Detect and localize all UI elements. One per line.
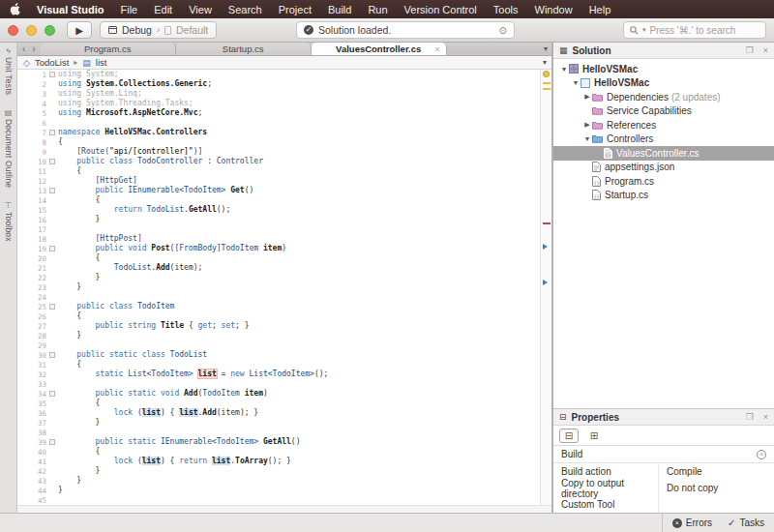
breadcrumb-caret-icon[interactable]: ▾ (543, 58, 547, 67)
horizontal-scrollbar[interactable] (17, 505, 551, 513)
menu-item-build[interactable]: Build (328, 4, 351, 15)
tab-startup.cs[interactable]: Startup.cs (176, 43, 312, 55)
code-line[interactable]: 41 lock (list) { return list.ToArray(); … (17, 457, 540, 466)
code-line[interactable]: 23 } (17, 282, 540, 292)
code-line[interactable]: 7namespace HelloVSMac.Controllers (17, 128, 540, 137)
navigate-forward-button[interactable]: › (32, 44, 35, 54)
tab-overflow-button[interactable]: ▾ (544, 43, 548, 55)
code-line[interactable]: 29 (17, 340, 540, 350)
tree-item-references[interactable]: ▶References (553, 118, 774, 133)
zoom-window-button[interactable] (45, 25, 55, 36)
chevron-down-icon[interactable]: ▼ (571, 79, 580, 86)
apple-icon[interactable] (10, 3, 20, 15)
code-line[interactable]: 12 [HttpGet] (17, 176, 540, 186)
code-line[interactable]: 21 TodoList.Add(item); (17, 263, 540, 273)
dock-tab-toolbox[interactable]: ⊤Toolbox (4, 201, 14, 242)
code-line[interactable]: 6 (17, 118, 540, 128)
menu-item-help[interactable]: Help (589, 4, 611, 15)
code-line[interactable]: 25 public class TodoItem (17, 302, 540, 311)
code-line[interactable]: 35 { (17, 399, 540, 408)
chevron-right-icon[interactable]: ▶ (582, 121, 592, 129)
app-name[interactable]: Visual Studio (37, 4, 104, 15)
code-line[interactable]: 9 [Route("api/[controller]")] (17, 147, 540, 157)
menu-item-version-control[interactable]: Version Control (404, 4, 477, 15)
overview-ruler[interactable] (540, 70, 551, 505)
fold-marker-icon[interactable] (49, 439, 55, 445)
chevron-down-icon[interactable]: ▼ (559, 66, 569, 73)
code-line[interactable]: 36 lock (list) { list.Add(item); } (17, 408, 540, 418)
dock-tab-document-outline[interactable]: ▤Document Outline (4, 108, 14, 188)
code-line[interactable]: 33 (17, 379, 540, 389)
tree-item-startup-cs[interactable]: {}Startup.cs (553, 189, 774, 203)
code-line[interactable]: 10 public class TodoController : Control… (17, 157, 540, 166)
breadcrumb-member[interactable]: list (96, 57, 107, 68)
global-search-input[interactable]: ▾ Press '⌘.' to search (623, 21, 766, 39)
tree-item-program-cs[interactable]: {}Program.cs (553, 174, 774, 189)
property-value[interactable]: Compile (658, 463, 774, 480)
close-pad-icon[interactable]: × (763, 412, 768, 422)
fold-marker-icon[interactable] (49, 159, 55, 164)
dock-pad-icon[interactable]: ❐ (746, 45, 754, 55)
tab-valuescontroller.cs[interactable]: ValuesController.cs× (312, 43, 447, 55)
code-line[interactable]: 3using System.Linq; (17, 89, 540, 99)
code-line[interactable]: 14 { (17, 195, 540, 205)
close-pad-icon[interactable]: × (763, 45, 768, 55)
navigate-back-button[interactable]: ‹ (22, 44, 25, 54)
breadcrumb-class[interactable]: TodoList (35, 57, 69, 68)
tree-item-service-capabilities[interactable]: Service Capabilities (553, 104, 774, 119)
code-line[interactable]: 26 { (17, 311, 540, 321)
fold-marker-icon[interactable] (49, 246, 55, 251)
fold-marker-icon[interactable] (49, 352, 55, 358)
status-target-icon[interactable]: ⊙ (499, 25, 507, 36)
close-window-button[interactable] (8, 25, 18, 36)
code-line[interactable]: 1using System; (17, 70, 540, 79)
minimize-window-button[interactable] (26, 25, 37, 36)
chevron-right-icon[interactable]: ▶ (582, 93, 592, 101)
tree-item-valuescontroller-cs[interactable]: {}ValuesController.cs (553, 146, 774, 161)
menu-item-search[interactable]: Search (228, 4, 262, 15)
run-button[interactable]: ▶ (67, 21, 92, 39)
code-line[interactable]: 34 public static void Add(TodoItem item) (17, 389, 540, 399)
list-view-button[interactable]: ⊟ (559, 429, 579, 443)
menu-item-run[interactable]: Run (368, 4, 387, 15)
code-line[interactable]: 45 (17, 495, 540, 505)
close-tab-icon[interactable]: × (434, 44, 439, 54)
menu-item-tools[interactable]: Tools (493, 4, 519, 15)
tree-item-hellovsmac[interactable]: ▼HelloVSMac (553, 62, 774, 76)
tree-item-dependencies[interactable]: ▶Dependencies(2 updates) (553, 90, 774, 104)
code-line[interactable]: 39 public static IEnumerable<TodoItem> G… (17, 437, 540, 447)
menu-item-window[interactable]: Window (535, 4, 573, 15)
tree-item-appsettings-json[interactable]: appsettings.json (553, 161, 774, 175)
fold-marker-icon[interactable] (49, 391, 55, 397)
code-line[interactable]: 15 return TodoList.GetAll(); (17, 205, 540, 215)
fold-marker-icon[interactable] (49, 304, 55, 310)
code-line[interactable]: 19 public void Post([FromBody]TodoItem i… (17, 244, 540, 253)
grid-view-button[interactable]: ⊞ (584, 429, 604, 443)
code-line[interactable]: 43 } (17, 476, 540, 486)
code-line[interactable]: 37 } (17, 418, 540, 428)
tasks-button[interactable]: ✓ Tasks (728, 517, 764, 528)
code-line[interactable]: 40 { (17, 447, 540, 457)
code-line[interactable]: 17 (17, 224, 540, 234)
code-line[interactable]: 22 } (17, 273, 540, 282)
errors-button[interactable]: × Errors (672, 517, 712, 528)
property-value[interactable] (658, 496, 774, 513)
run-configuration-selector[interactable]: Debug › Default (100, 21, 217, 39)
menu-item-view[interactable]: View (189, 4, 212, 15)
code-line[interactable]: 44} (17, 486, 540, 495)
menu-item-edit[interactable]: Edit (154, 4, 172, 15)
property-value[interactable]: Do not copy (658, 480, 774, 496)
chevron-down-icon[interactable]: ▼ (582, 135, 592, 142)
collapse-section-icon[interactable]: ^ (757, 450, 766, 459)
code-line[interactable]: 42 } (17, 466, 540, 476)
fold-marker-icon[interactable] (49, 72, 55, 77)
code-line[interactable]: 2using System.Collections.Generic; (17, 79, 540, 89)
menu-item-file[interactable]: File (120, 4, 137, 15)
fold-marker-icon[interactable] (49, 188, 55, 193)
tree-item-controllers[interactable]: ▼Controllers (553, 133, 774, 147)
code-line[interactable]: 8{ (17, 137, 540, 147)
dock-tab-unit-tests[interactable]: ϟUnit Tests (4, 46, 14, 95)
code-line[interactable]: 13 public IEnumerable<TodoItem> Get() (17, 186, 540, 195)
fold-marker-icon[interactable] (49, 130, 55, 135)
code-line[interactable]: 11 { (17, 166, 540, 176)
